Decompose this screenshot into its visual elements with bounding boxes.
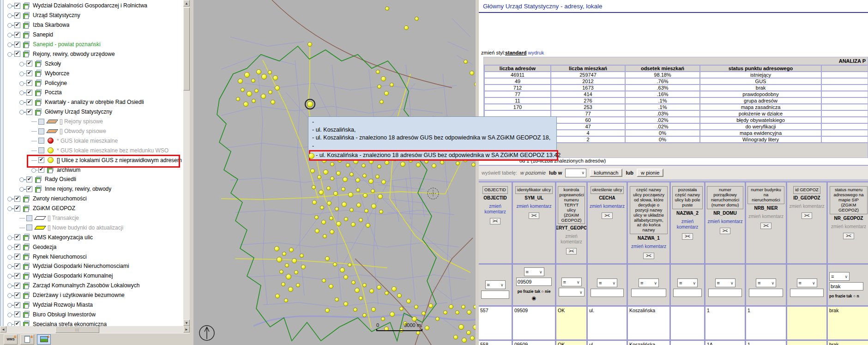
tree-node-icon[interactable] — [7, 263, 13, 269]
change-comment-link[interactable]: zmień komentarz — [831, 224, 866, 230]
tree-node-icon[interactable] — [7, 12, 13, 18]
print-link[interactable]: wydruk — [528, 50, 544, 55]
tree-item[interactable]: Główny Urząd Statystyczny — [4, 107, 183, 117]
panel-splitter-left[interactable] — [190, 0, 193, 345]
tree-node-icon[interactable] — [7, 244, 13, 250]
tree-item[interactable]: Urząd Statystyczny — [4, 11, 183, 20]
tree-node-icon[interactable] — [7, 302, 13, 308]
phrase-radio-group[interactable]: po frazie tak ○ nie — [518, 289, 551, 294]
tree-item[interactable]: Wydział Gospodarki Nieruchomosciami — [4, 261, 183, 271]
filter-operator-select[interactable]: =∨ — [524, 267, 544, 276]
tree-item[interactable]: Geodezja — [4, 242, 183, 252]
tree-checkbox[interactable] — [14, 292, 20, 298]
filter-input-OBJECTID[interactable] — [481, 291, 509, 299]
filter-operator-select[interactable]: =∨ — [829, 272, 850, 281]
table-cell-NR_GEOPOZ[interactable]: brak — [828, 341, 868, 345]
columns-button[interactable]: kolumnach — [590, 169, 622, 177]
tree-checkbox[interactable] — [14, 51, 20, 57]
change-comment-link[interactable]: zmień komentarz — [516, 204, 551, 209]
table-cell-NAZWA_2[interactable] — [671, 307, 704, 339]
tree-node-icon[interactable] — [7, 42, 13, 47]
tree-item[interactable]: Biuro Obsługi Inwestorów — [4, 310, 183, 320]
filter-input-NR_DOMU[interactable] — [708, 289, 741, 297]
scroll-up-button[interactable]: ▲ — [183, 0, 190, 6]
table-cell-NR_GEOPOZ[interactable]: brak — [828, 307, 868, 339]
change-comment-link[interactable]: zmień komentarz — [748, 214, 784, 219]
horizontal-option[interactable]: w poziomie — [520, 170, 546, 176]
tree-item[interactable]: [] Ulice z lokalami GUS z nieprawidłowym… — [4, 155, 183, 165]
tree-checkbox[interactable] — [14, 22, 20, 28]
table-cell-NAZWA_1[interactable]: Koszalińska — [628, 307, 669, 339]
tree-checkbox[interactable] — [26, 70, 32, 76]
vscroll-thumb[interactable] — [183, 7, 190, 91]
table-cell-SYM_UL[interactable]: 09509 — [513, 307, 555, 339]
filter-input-ID_GEOPOZ[interactable] — [790, 289, 823, 297]
filter-operator-select[interactable]: =∨ — [561, 278, 582, 286]
tree-node-icon[interactable] — [7, 254, 13, 260]
change-comment-link[interactable]: zmień komentarz — [707, 219, 742, 224]
tree-checkbox[interactable] — [26, 99, 32, 105]
change-comment-link[interactable]: zmień komentarz — [556, 234, 586, 245]
scroll-left-button[interactable]: ◄ — [0, 326, 6, 333]
tree-item[interactable]: [] Rejony spisowe — [4, 117, 183, 127]
tree-checkbox[interactable] — [14, 283, 20, 289]
tree-node-icon[interactable] — [19, 90, 25, 95]
style-standard-link[interactable]: standard — [505, 50, 526, 55]
tree-item[interactable]: Zarząd Komunalnych Zasobów Lokalowych — [4, 281, 183, 291]
tree-item[interactable]: Wyborcze — [4, 68, 183, 78]
tree-item[interactable]: Wydział Działalności Gospodarczej i Roln… — [4, 1, 183, 11]
table-cell-CECHA[interactable]: ul. — [588, 341, 627, 345]
tree-checkbox[interactable] — [38, 138, 44, 144]
tree-checkbox[interactable] — [14, 32, 20, 38]
tree-checkbox[interactable] — [14, 206, 20, 212]
tree-checkbox[interactable] — [14, 302, 20, 308]
table-cell-NRB_NIER[interactable]: 1 — [746, 307, 786, 339]
tree-checkbox[interactable] — [14, 263, 20, 269]
filter-input-NR_GEOPOZ[interactable] — [829, 282, 863, 291]
tree-checkbox[interactable] — [26, 61, 32, 67]
tree-item[interactable]: Wydział Rozwoju Miasta — [4, 300, 183, 310]
scroll-down-button[interactable]: ▼ — [183, 320, 190, 326]
columns-count-select[interactable]: ∨ — [565, 169, 586, 177]
tree-item[interactable]: [] Transakcje — [4, 213, 183, 223]
expand-column-button[interactable]: >< — [602, 212, 613, 219]
change-comment-link[interactable]: zmień komentarz — [590, 204, 625, 209]
tree-item[interactable]: [] Obwody spisowe — [4, 127, 183, 136]
table-cell-CECHA[interactable]: ul. — [588, 307, 627, 339]
expand-column-button[interactable]: >< — [802, 212, 813, 219]
tree-checkbox[interactable] — [14, 196, 20, 202]
expand-column-button[interactable]: >< — [490, 218, 501, 224]
tree-node-icon[interactable] — [7, 3, 13, 8]
tree-item[interactable]: Dzierżawy i użytkowanie bezumowne — [4, 291, 183, 300]
tree-node-icon[interactable] — [19, 61, 25, 67]
expand-column-button[interactable]: >< — [566, 248, 577, 254]
expand-column-button[interactable]: >< — [720, 228, 731, 234]
vertical-button[interactable]: w pionie — [637, 169, 663, 177]
filter-operator-select[interactable]: =∨ — [797, 278, 817, 287]
tree-node-icon[interactable] — [7, 321, 13, 326]
tree-item[interactable]: Poczta — [4, 88, 183, 97]
add-table-button[interactable]: + — [20, 334, 34, 345]
filter-operator-select[interactable]: =∨ — [677, 278, 698, 287]
tree-node-icon[interactable] — [19, 80, 25, 86]
tree-item[interactable]: Szkoły — [4, 59, 183, 68]
tree-checkbox[interactable] — [14, 42, 20, 48]
tree-item[interactable]: Wydział Gospodarki Komunalnej — [4, 271, 183, 281]
table-cell-NR_DOMU[interactable]: 1 — [705, 307, 745, 339]
tree-item[interactable]: * GUS lokale mieszkalne — [4, 136, 183, 145]
tree-vertical-scrollbar[interactable]: ▲ ▼ — [183, 0, 190, 326]
tree-node-icon[interactable] — [7, 312, 13, 317]
expand-column-button[interactable]: >< — [843, 233, 854, 239]
tree-checkbox[interactable] — [26, 90, 32, 96]
table-cell-ID_GEOPOZ[interactable] — [787, 307, 826, 339]
table-cell-OBJECTID[interactable]: 558 — [479, 341, 512, 345]
tree-item[interactable]: Policyjne — [4, 78, 183, 88]
tree-item[interactable]: archiwum — [4, 165, 183, 175]
change-comment-link[interactable]: zmień komentarz — [631, 244, 666, 249]
filter-input-NAZWA_1[interactable] — [631, 289, 667, 297]
tree-checkbox[interactable] — [14, 3, 20, 9]
tree-checkbox[interactable] — [14, 12, 20, 18]
tree-node-icon[interactable] — [19, 99, 25, 105]
table-cell-NR_DOMU[interactable]: 1A — [705, 341, 745, 345]
tree-node-icon[interactable] — [7, 32, 13, 37]
